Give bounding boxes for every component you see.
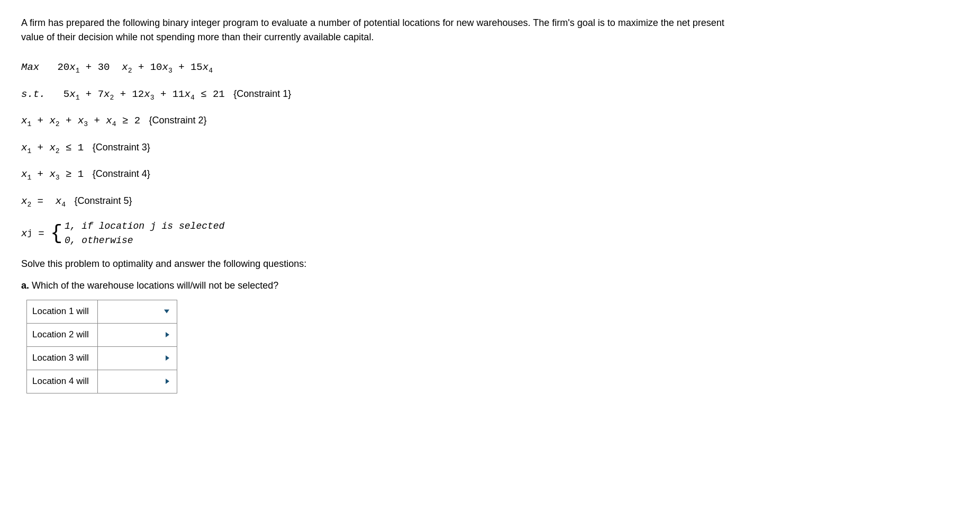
- location-4-dropdown-cell[interactable]: be selected not be selected: [97, 370, 177, 393]
- location-table: Location 1 will be selected not be selec…: [26, 300, 177, 393]
- location-1-dropdown-cell[interactable]: be selected not be selected: [97, 300, 177, 323]
- xj-case1: 1, if location j is selected: [65, 219, 224, 234]
- question-a: a. Which of the warehouse locations will…: [21, 280, 959, 291]
- location-2-select[interactable]: be selected not be selected: [103, 330, 171, 339]
- max-label: Max: [21, 61, 39, 73]
- intro-paragraph: A firm has prepared the following binary…: [21, 16, 736, 44]
- xj-case2: 0, otherwise: [65, 234, 224, 248]
- objective-function: Max 20x1 + 30 x2 + 10x3 + 15x4: [21, 59, 959, 77]
- question-a-text: Which of the warehouse locations will/wi…: [32, 280, 278, 291]
- constraint-3: x1 + x2 ≤ 1 {Constraint 3}: [21, 140, 959, 157]
- solve-text: Solve this problem to optimality and ans…: [21, 258, 959, 270]
- location-2-dropdown-cell[interactable]: be selected not be selected: [97, 323, 177, 346]
- constraint-5: x2 = x4 {Constraint 5}: [21, 193, 959, 211]
- table-row: Location 2 will be selected not be selec…: [27, 323, 177, 346]
- table-row: Location 3 will be selected not be selec…: [27, 346, 177, 370]
- location-3-select[interactable]: be selected not be selected: [103, 353, 171, 362]
- constraint-4: x1 + x3 ≥ 1 {Constraint 4}: [21, 166, 959, 184]
- location-1-select[interactable]: be selected not be selected: [103, 307, 171, 316]
- table-row: Location 4 will be selected not be selec…: [27, 370, 177, 393]
- constraint-2: x1 + x2 + x3 + x4 ≥ 2 {Constraint 2}: [21, 113, 959, 130]
- location-4-label: Location 4 will: [27, 370, 98, 393]
- question-a-label: a.: [21, 280, 29, 291]
- constraint-1: s.t. 5x1 + 7x2 + 12x3 + 11x4 ≤ 21 {Const…: [21, 86, 959, 104]
- location-3-label: Location 3 will: [27, 346, 98, 370]
- table-row: Location 1 will be selected not be selec…: [27, 300, 177, 323]
- xj-definition: xj = { 1, if location j is selected 0, o…: [21, 219, 959, 248]
- location-3-dropdown-cell[interactable]: be selected not be selected: [97, 346, 177, 370]
- location-2-label: Location 2 will: [27, 323, 98, 346]
- location-1-label: Location 1 will: [27, 300, 98, 323]
- location-4-select[interactable]: be selected not be selected: [103, 377, 171, 386]
